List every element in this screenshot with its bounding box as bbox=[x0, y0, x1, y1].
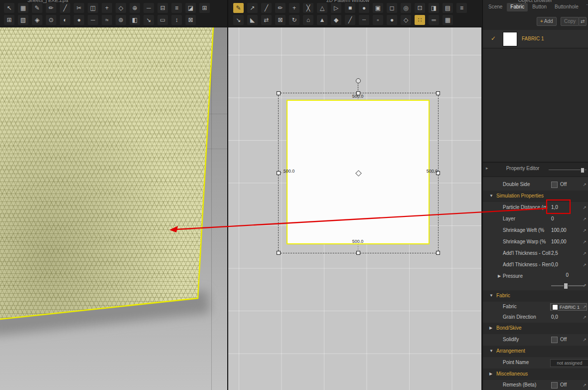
toolbar-icon[interactable]: ╱ bbox=[261, 3, 272, 13]
chevron-right-icon[interactable]: ▶ bbox=[498, 274, 501, 278]
browser-tab[interactable]: Topstitch bbox=[583, 3, 588, 11]
toolbar-icon[interactable]: ═ bbox=[429, 15, 439, 25]
keyframe-arrow-icon[interactable]: ↗ bbox=[583, 205, 587, 210]
selection-handle[interactable] bbox=[277, 91, 281, 95]
toolbar-icon[interactable]: ◫ bbox=[88, 3, 98, 13]
toolbar-icon[interactable]: ◻ bbox=[387, 3, 397, 13]
toolbar-icon[interactable]: + bbox=[289, 3, 299, 13]
browser-tab[interactable]: Button bbox=[529, 3, 550, 11]
toolbar-icon[interactable]: ─ bbox=[144, 3, 154, 13]
pressure-slider-track[interactable] bbox=[551, 285, 585, 286]
toolbar-icon[interactable]: ● bbox=[74, 15, 84, 25]
grain-direction-field[interactable]: 0,0 bbox=[551, 314, 558, 320]
toolbar-icon[interactable]: ⊠ bbox=[275, 15, 286, 25]
toolbar-icon[interactable]: ≡ bbox=[171, 3, 182, 13]
toolbar-icon[interactable]: ◣ bbox=[247, 15, 258, 25]
toolbar-icon[interactable]: ✂ bbox=[74, 3, 84, 13]
toolbar-icon[interactable]: ≡ bbox=[456, 3, 467, 13]
toolbar-icon[interactable]: ◨ bbox=[429, 3, 439, 13]
toolbar-icon[interactable]: ● bbox=[387, 15, 397, 25]
keyframe-arrow-icon[interactable]: ↗ bbox=[583, 251, 587, 256]
toolbar-icon[interactable]: ↘ bbox=[233, 15, 244, 25]
selection-handle[interactable] bbox=[356, 251, 360, 255]
toolbar-icon[interactable]: ↖ bbox=[4, 3, 14, 13]
toolbar-icon[interactable]: ▤ bbox=[442, 3, 453, 13]
toolbar-icon[interactable]: ╱ bbox=[60, 3, 70, 13]
toolbar-icon[interactable]: ◎ bbox=[401, 3, 411, 13]
toolbar-icon[interactable]: ▧ bbox=[18, 15, 28, 25]
chevron-right-icon[interactable]: ▸ bbox=[486, 166, 488, 171]
toolbar-icon[interactable]: ✎ bbox=[233, 3, 244, 13]
toolbar-icon[interactable]: ⊡ bbox=[415, 3, 425, 13]
add-button[interactable]: +Add bbox=[537, 17, 557, 26]
browser-tab[interactable]: Scene bbox=[485, 3, 506, 11]
keyframe-arrow-icon[interactable]: ↗ bbox=[583, 304, 587, 309]
toolbar-icon[interactable]: ▲ bbox=[317, 15, 327, 25]
section-simulation-properties[interactable]: ▼ Simulation Properties bbox=[483, 191, 588, 202]
toolbar-icon[interactable]: ◇ bbox=[116, 3, 126, 13]
keyframe-arrow-icon[interactable]: ↗ bbox=[583, 337, 587, 342]
solidify-checkbox[interactable] bbox=[551, 337, 558, 343]
keyframe-arrow-icon[interactable]: ↗ bbox=[583, 315, 587, 320]
2d-pattern-canvas[interactable]: 500.0 500.0 500.0 500.0 bbox=[228, 27, 481, 390]
keyframe-arrow-icon[interactable]: ↗ bbox=[583, 262, 587, 267]
toolbar-icon[interactable]: ⇄ bbox=[261, 15, 272, 25]
toolbar-icon[interactable]: ■ bbox=[345, 3, 355, 13]
shrinkage-warp-field[interactable]: 100,00 bbox=[551, 239, 567, 244]
toolbar-icon[interactable]: ▫ bbox=[373, 15, 383, 25]
3d-viewport[interactable] bbox=[0, 27, 227, 390]
particle-distance-field[interactable]: 1,0 bbox=[551, 204, 558, 210]
toolbar-icon[interactable]: ▷ bbox=[331, 3, 341, 13]
toolbar-icon[interactable]: △ bbox=[317, 3, 327, 13]
toolbar-icon[interactable]: ─ bbox=[88, 15, 98, 25]
toolbar-icon[interactable]: ▣ bbox=[373, 3, 383, 13]
browser-tab[interactable]: Fabric bbox=[507, 3, 528, 11]
toolbar-icon[interactable]: ╳ bbox=[303, 3, 313, 13]
toolbar-icon[interactable]: ≈ bbox=[102, 15, 112, 25]
toolbar-icon[interactable]: ↻ bbox=[289, 15, 299, 25]
toolbar-icon[interactable]: ∷ bbox=[415, 15, 425, 25]
toolbar-icon[interactable]: ⊞ bbox=[4, 15, 14, 25]
toolbar-icon[interactable]: ✎ bbox=[32, 3, 42, 13]
toolbar-icon[interactable]: ⊠ bbox=[185, 15, 196, 25]
selection-handle[interactable] bbox=[277, 251, 281, 255]
toolbar-icon[interactable]: ⊙ bbox=[46, 15, 56, 25]
keyframe-arrow-icon[interactable]: ↗ bbox=[583, 228, 587, 233]
shrinkage-weft-field[interactable]: 100,00 bbox=[551, 227, 567, 233]
toolbar-icon[interactable]: ◇ bbox=[401, 15, 411, 25]
section-arrangement[interactable]: ▼ Arrangement bbox=[483, 346, 588, 358]
fabric-swatch[interactable] bbox=[503, 32, 517, 46]
toolbar-icon[interactable]: ◆ bbox=[331, 15, 341, 25]
toolbar-icon[interactable]: ⌂ bbox=[303, 15, 313, 25]
toolbar-icon[interactable]: ◈ bbox=[32, 15, 42, 25]
keyframe-arrow-icon[interactable]: ↗ bbox=[583, 182, 587, 187]
point-name-value[interactable]: not assigned bbox=[550, 359, 588, 367]
browser-tab[interactable]: Buttonhole bbox=[551, 3, 582, 11]
selection-handle[interactable] bbox=[436, 251, 440, 255]
toolbar-icon[interactable]: ◧ bbox=[130, 15, 140, 25]
toolbar-icon[interactable]: ↗ bbox=[247, 3, 258, 13]
keyframe-arrow-icon[interactable]: ↗ bbox=[583, 239, 587, 244]
keyframe-arrow-icon[interactable]: ↗ bbox=[583, 383, 587, 388]
toolbar-icon[interactable]: ⊕ bbox=[130, 3, 140, 13]
toolbar-icon[interactable]: ╱ bbox=[345, 15, 355, 25]
toolbar-icon[interactable]: ◐ bbox=[60, 15, 70, 25]
section-fabric[interactable]: ▼ Fabric bbox=[483, 290, 588, 302]
thickness-collision-field[interactable]: 2,5 bbox=[551, 250, 558, 256]
double-side-checkbox[interactable] bbox=[551, 182, 558, 188]
copy-button[interactable]: Copy bbox=[561, 17, 579, 26]
section-bond-skive[interactable]: ▶ Bond/Skive bbox=[483, 323, 588, 335]
selection-handle[interactable] bbox=[436, 91, 440, 95]
keyframe-arrow-icon[interactable]: ↗ bbox=[583, 216, 587, 221]
section-miscellaneous[interactable]: ▶ Miscellaneous bbox=[483, 369, 588, 381]
toolbar-icon[interactable]: ● bbox=[359, 3, 369, 13]
toolbar-icon[interactable]: ▭ bbox=[157, 15, 168, 25]
toolbar-icon[interactable]: ◪ bbox=[185, 3, 196, 13]
toolbar-icon[interactable]: ✏ bbox=[46, 3, 56, 13]
toolbar-icon[interactable]: ▦ bbox=[442, 15, 453, 25]
thickness-render-field[interactable]: 0,0 bbox=[551, 262, 558, 267]
remesh-checkbox[interactable] bbox=[551, 382, 558, 389]
toolbar-icon[interactable]: ▦ bbox=[18, 3, 28, 13]
fabric-mesh-3d[interactable] bbox=[0, 27, 219, 322]
pressure-slider-thumb[interactable] bbox=[564, 283, 568, 289]
